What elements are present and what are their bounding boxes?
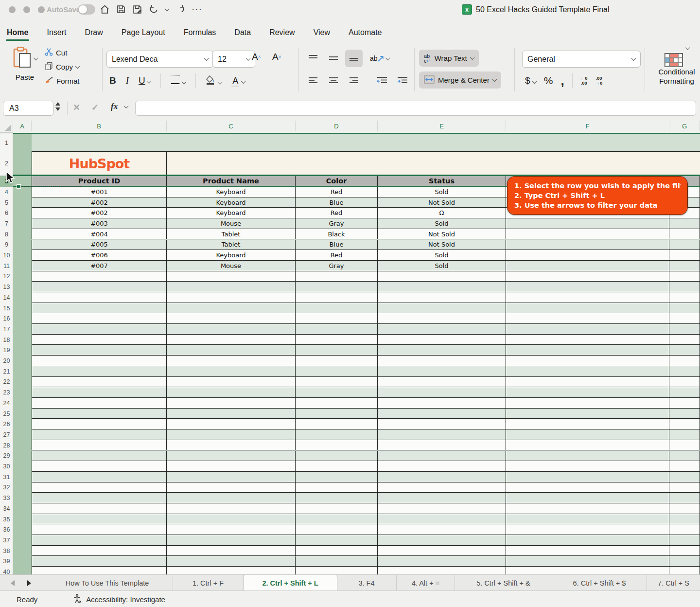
cell[interactable]	[167, 524, 296, 535]
cell[interactable]	[296, 387, 378, 397]
cell[interactable]	[167, 482, 296, 493]
select-all-corner[interactable]	[0, 121, 13, 133]
cell[interactable]: Blue	[296, 197, 378, 208]
column-title-color[interactable]: Color	[296, 176, 378, 186]
number-format-select[interactable]: General	[522, 51, 641, 68]
cell[interactable]	[506, 345, 669, 356]
cell[interactable]	[296, 366, 378, 376]
row-header-18[interactable]: 18	[0, 335, 13, 345]
cell[interactable]	[506, 472, 669, 482]
cell[interactable]	[669, 356, 700, 366]
cell[interactable]	[669, 503, 700, 514]
paste-dropdown-icon[interactable]	[33, 55, 38, 60]
column-title-product-id[interactable]: Product ID	[32, 176, 167, 186]
cell[interactable]	[378, 556, 506, 567]
cell[interactable]	[669, 524, 700, 535]
cell[interactable]	[32, 345, 167, 356]
save-as-icon[interactable]	[132, 4, 142, 15]
cell[interactable]: Sold	[378, 187, 506, 197]
cell[interactable]	[32, 419, 167, 429]
cell[interactable]: #003	[32, 218, 167, 229]
italic-button[interactable]: I	[126, 75, 129, 86]
cell[interactable]	[378, 271, 506, 282]
home-icon[interactable]	[100, 4, 110, 15]
cell[interactable]	[378, 535, 506, 545]
minimize-button[interactable]	[23, 6, 30, 13]
sheet-tab-2-ctrl-shift-l[interactable]: 2. Ctrl + Shift + L	[244, 575, 337, 591]
row-header-10[interactable]: 10	[0, 250, 13, 261]
row-header-21[interactable]: 21	[0, 366, 13, 377]
row-header-26[interactable]: 26	[0, 419, 13, 429]
cell[interactable]	[378, 398, 506, 408]
row-header-24[interactable]: 24	[0, 398, 13, 409]
cell[interactable]	[167, 292, 296, 303]
tab-home[interactable]: Home	[7, 28, 28, 42]
cell[interactable]	[506, 282, 669, 292]
cell[interactable]	[506, 503, 669, 514]
cell[interactable]: #001	[32, 187, 167, 197]
align-left-button[interactable]	[304, 72, 322, 89]
cell[interactable]	[378, 409, 506, 419]
cell[interactable]	[669, 461, 700, 471]
cell[interactable]	[669, 546, 700, 556]
cell[interactable]	[669, 366, 700, 376]
cell[interactable]	[506, 261, 669, 271]
cell[interactable]	[669, 451, 700, 461]
cell[interactable]	[32, 335, 167, 345]
cell[interactable]	[506, 313, 669, 323]
cell[interactable]	[669, 240, 700, 250]
increase-font-size-button[interactable]: A˄	[252, 52, 261, 62]
cell[interactable]: #002	[32, 208, 167, 218]
cell[interactable]	[167, 472, 296, 482]
merge-center-dropdown-icon[interactable]	[492, 77, 497, 82]
decrease-decimal-button[interactable]: ←0.00	[580, 76, 588, 86]
cell[interactable]	[506, 335, 669, 345]
cell[interactable]	[296, 546, 378, 556]
cell[interactable]	[669, 409, 700, 419]
cell[interactable]	[167, 398, 296, 408]
cell[interactable]	[296, 535, 378, 545]
formula-input[interactable]	[135, 101, 696, 116]
sheet-tab-1-ctrl-f[interactable]: 1. Ctrl + F	[173, 575, 244, 591]
sheet-tab-7-ctrl-s[interactable]: 7. Ctrl + S	[647, 575, 700, 591]
cell[interactable]	[378, 472, 506, 482]
cell[interactable]	[32, 356, 167, 366]
row-header-35[interactable]: 35	[0, 514, 13, 525]
font-size-select[interactable]: 12	[212, 51, 255, 68]
cell[interactable]	[506, 387, 669, 397]
tab-automate[interactable]: Automate	[349, 28, 382, 42]
cell[interactable]	[167, 282, 296, 292]
cell[interactable]	[167, 567, 296, 574]
row-header-33[interactable]: 33	[0, 493, 13, 503]
borders-button[interactable]	[171, 75, 185, 86]
cell[interactable]	[669, 324, 700, 334]
cell[interactable]	[296, 345, 378, 356]
cell[interactable]	[167, 303, 296, 313]
cell[interactable]: #006	[32, 250, 167, 260]
row-header-14[interactable]: 14	[0, 292, 13, 303]
cell[interactable]: Keyboard	[167, 197, 296, 208]
cell[interactable]	[669, 429, 700, 440]
cell[interactable]	[378, 482, 506, 493]
cell[interactable]	[378, 419, 506, 429]
zoom-button[interactable]	[38, 6, 45, 13]
cell[interactable]	[378, 387, 506, 397]
column-header-f[interactable]: F	[506, 121, 669, 131]
sheet-tab-5-ctrl-shift[interactable]: 5. Ctrl + Shift + &	[455, 575, 552, 591]
underline-button[interactable]: U	[139, 75, 151, 86]
cell[interactable]	[32, 429, 167, 440]
tab-formulas[interactable]: Formulas	[184, 28, 216, 42]
cell[interactable]	[506, 398, 669, 408]
cell[interactable]	[296, 356, 378, 366]
cell[interactable]	[378, 514, 506, 524]
cell[interactable]	[32, 409, 167, 419]
align-center-button[interactable]	[325, 72, 342, 89]
tab-review[interactable]: Review	[269, 28, 295, 42]
selection-fill-handle[interactable]	[17, 184, 21, 189]
paste-button[interactable]: Paste	[9, 47, 41, 81]
cell[interactable]	[669, 398, 700, 408]
cell[interactable]	[296, 282, 378, 292]
cell[interactable]	[167, 461, 296, 471]
cell[interactable]	[32, 514, 167, 524]
cell[interactable]	[506, 556, 669, 567]
